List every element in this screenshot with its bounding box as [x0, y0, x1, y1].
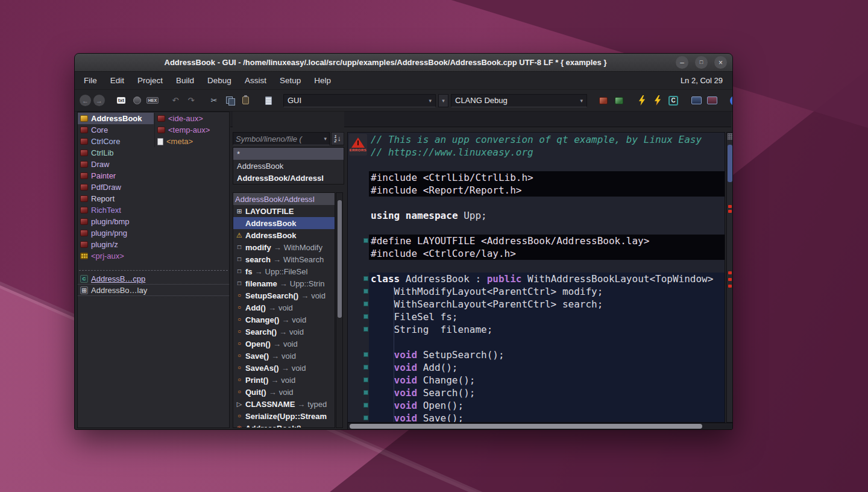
code-editor[interactable]: ERRORS // This is an upp conversion of q… — [347, 132, 725, 423]
code-line[interactable]: class AddressBook : public WithAddressBo… — [369, 273, 725, 285]
assist-item[interactable]: ○Open()→void — [233, 338, 335, 350]
code-line[interactable]: void Open(); — [369, 399, 725, 412]
minimize-button[interactable]: – — [676, 56, 688, 69]
package-item[interactable]: <ide-aux> — [155, 113, 229, 124]
package-organizer-button[interactable] — [597, 94, 610, 107]
scrollbar-thumb[interactable] — [350, 424, 702, 429]
redo-button[interactable]: ↷ — [184, 94, 198, 107]
maximize-button[interactable]: □ — [695, 56, 708, 69]
back-button[interactable]: ← — [80, 95, 91, 106]
package-item[interactable]: <prj-aux> — [78, 250, 154, 262]
code-line[interactable]: // https://www.linuxeasy.org — [369, 146, 725, 159]
file-item[interactable]: CAddressB…cpp — [78, 273, 229, 285]
scrollbar-thumb[interactable] — [338, 200, 342, 318]
package-item[interactable]: PdfDraw — [78, 181, 154, 193]
package-item[interactable]: Core — [78, 124, 154, 136]
code-line[interactable] — [369, 336, 725, 348]
code-line[interactable]: void Search(); — [369, 386, 725, 399]
copy-button[interactable] — [223, 94, 236, 107]
code-line[interactable]: void Change(); — [369, 374, 725, 386]
assist-item[interactable]: ⊞LAYOUTFILE — [233, 205, 335, 217]
menu-help[interactable]: Help — [307, 73, 338, 88]
undo-button[interactable]: ↶ — [169, 94, 182, 107]
package-item[interactable]: CtrlCore — [78, 136, 154, 147]
assist-item[interactable]: ○Quit()→void — [233, 386, 335, 398]
menu-edit[interactable]: Edit — [104, 73, 131, 88]
close-button[interactable]: × — [714, 56, 727, 69]
assist-item[interactable]: □search→WithSearch — [233, 253, 335, 265]
code-line[interactable]: using namespace Upp; — [369, 209, 725, 222]
assist-item[interactable]: ○Search()→void — [233, 326, 335, 338]
code-line[interactable]: #define LAYOUTFILE <AddressBook/AddressB… — [369, 235, 725, 247]
assist-item[interactable]: ○Change()→void — [233, 314, 335, 326]
scrollbar-thumb[interactable] — [728, 145, 732, 182]
assist-item[interactable]: AddressBook — [233, 217, 335, 229]
package-install-button[interactable] — [612, 94, 626, 107]
sort-by-line-button[interactable]: 12 ↓ — [331, 132, 344, 145]
console-button[interactable]: C — [667, 94, 680, 107]
menu-debug[interactable]: Debug — [201, 73, 238, 88]
cut-button[interactable]: ✂ — [207, 94, 221, 107]
code-area[interactable]: // This is an upp conversion of qt examp… — [369, 133, 725, 423]
code-line[interactable]: void Add(); — [369, 361, 725, 374]
package-item[interactable]: AddressBook — [78, 113, 154, 124]
package-item[interactable]: plugin/png — [78, 227, 154, 239]
scope-item[interactable]: AddressBook — [233, 160, 344, 172]
scope-item[interactable]: AddressBook/AddressI — [233, 172, 344, 184]
menu-build[interactable]: Build — [169, 73, 201, 88]
package-item[interactable]: Draw — [78, 159, 154, 170]
code-line[interactable] — [369, 222, 725, 235]
edit-as-hex-button[interactable]: HEX — [146, 94, 159, 107]
debug-run-button[interactable] — [651, 94, 664, 107]
edit-as-text-button[interactable]: txt — [115, 94, 128, 107]
assist-item[interactable]: ▷CLASSNAME→typed — [233, 398, 335, 410]
layout-designer-button[interactable] — [690, 94, 703, 107]
assist-item[interactable]: □filename→Upp::Strin — [233, 277, 335, 289]
scope-item[interactable]: * — [233, 148, 344, 160]
menu-project[interactable]: Project — [131, 73, 169, 88]
assist-item[interactable]: ◉AddressBook() — [233, 422, 335, 428]
build-method-combo[interactable]: CLANG Debug ▾ — [451, 94, 587, 107]
package-item[interactable]: <meta> — [155, 136, 229, 147]
code-line[interactable]: String filename; — [369, 323, 725, 336]
assist-item[interactable]: □fs→Upp::FileSel — [233, 265, 335, 277]
assist-item[interactable]: ○Print()→void — [233, 374, 335, 386]
main-config-combo[interactable]: GUI ▾ — [283, 94, 436, 107]
symbol-search-input[interactable]: Symbol/lineno/file ( ▾ — [233, 132, 330, 145]
edit-as-binary-button[interactable] — [130, 94, 143, 107]
package-item[interactable]: Painter — [78, 170, 154, 181]
code-line[interactable]: FileSel fs; — [369, 311, 725, 323]
panel-splitter[interactable] — [79, 270, 228, 271]
code-line[interactable]: void Save(); — [369, 412, 725, 423]
package-item[interactable]: Report — [78, 193, 154, 204]
package-item[interactable]: <temp-aux> — [155, 124, 229, 136]
assist-item[interactable]: □modify→WithModify — [233, 241, 335, 253]
assist-item[interactable]: ○SetupSearch()→void — [233, 289, 335, 301]
package-item[interactable]: CtrlLib — [78, 147, 154, 159]
open-file-button[interactable] — [262, 94, 275, 107]
package-item[interactable]: plugin/z — [78, 239, 154, 250]
menu-file[interactable]: File — [77, 73, 104, 88]
editor-hscrollbar[interactable] — [347, 423, 733, 430]
help-button[interactable]: ? — [728, 94, 733, 107]
file-item[interactable]: ⊞AddressBo…lay — [78, 285, 229, 296]
image-designer-button[interactable] — [705, 94, 719, 107]
forward-button[interactable]: → — [93, 95, 105, 106]
assist-item[interactable]: ○SaveAs()→void — [233, 362, 335, 374]
run-button[interactable] — [635, 94, 649, 107]
menu-setup[interactable]: Setup — [273, 73, 307, 88]
editor-scrollbar[interactable] — [726, 132, 733, 423]
assist-item[interactable]: ○Serialize(Upp::Stream — [233, 410, 335, 422]
code-line[interactable]: #include <Report/Report.h> — [369, 184, 725, 197]
symbol-list-scrollbar[interactable] — [336, 192, 343, 428]
code-line[interactable]: #include <CtrlCore/lay.h> — [369, 247, 725, 260]
assist-item[interactable]: ○Save()→void — [233, 350, 335, 362]
code-line[interactable]: WithSearchLayout<ParentCtrl> search; — [369, 298, 725, 311]
assist-item[interactable]: AddressBook/AddressI — [233, 193, 335, 205]
code-line[interactable] — [369, 260, 725, 273]
config-history-button[interactable]: ▾ — [438, 94, 448, 107]
code-line[interactable] — [369, 159, 725, 171]
code-line[interactable]: // This is an upp conversion of qt examp… — [369, 133, 725, 146]
code-line[interactable] — [369, 197, 725, 209]
titlebar[interactable]: AddressBook - GUI - /home/linuxeasy/.loc… — [75, 54, 732, 72]
